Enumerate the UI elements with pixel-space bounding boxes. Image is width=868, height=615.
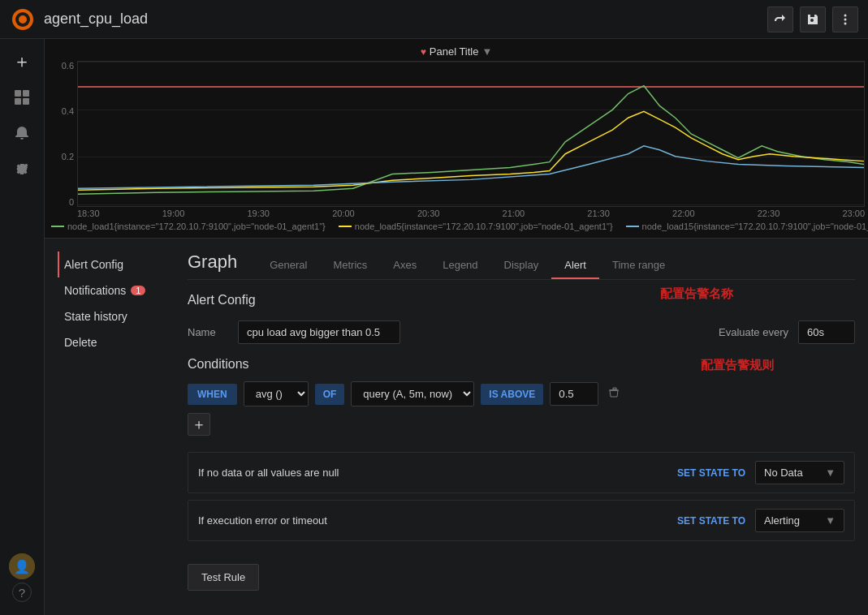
chart-container: 0.6 0.4 0.2 0 bbox=[45, 61, 868, 207]
grafana-logo bbox=[10, 6, 36, 32]
sidebar-item-settings[interactable] bbox=[6, 153, 38, 185]
add-condition-button[interactable]: ＋ bbox=[188, 413, 210, 436]
share-button[interactable] bbox=[767, 6, 793, 32]
when-badge: WHEN bbox=[188, 384, 237, 405]
sidebar-item-dashboard[interactable] bbox=[6, 81, 38, 114]
legend-item-load5: node_load5{instance="172.20.10.7:9100",j… bbox=[339, 221, 613, 231]
condition-row: WHEN avg () OF query (A, 5m, now) IS ABO… bbox=[188, 381, 855, 406]
x-label-22-30: 22:30 bbox=[758, 209, 780, 218]
tab-alert[interactable]: Alert bbox=[551, 252, 599, 279]
panel-title[interactable]: ♥ Panel Title ▼ bbox=[45, 45, 868, 58]
x-label-21-00: 21:00 bbox=[503, 209, 525, 218]
svg-text:👤: 👤 bbox=[14, 559, 30, 574]
x-label-20-30: 20:30 bbox=[417, 209, 440, 218]
when-select[interactable]: avg () bbox=[244, 381, 309, 406]
svg-rect-6 bbox=[15, 90, 21, 97]
chart-legend: node_load1{instance="172.20.10.7:9100",j… bbox=[45, 218, 868, 234]
conditions-title: Conditions bbox=[188, 357, 855, 372]
evaluate-label: Evaluate every bbox=[719, 326, 788, 338]
no-data-state-dropdown[interactable]: No Data ▼ bbox=[755, 461, 844, 484]
sidebar-item-delete[interactable]: Delete bbox=[58, 329, 188, 355]
tab-legend[interactable]: Legend bbox=[430, 252, 490, 279]
chart-x-labels: 18:30 19:00 19:30 20:00 20:30 21:00 21:3… bbox=[45, 209, 868, 218]
x-label-23-00: 23:00 bbox=[842, 209, 865, 218]
save-button[interactable] bbox=[800, 6, 826, 32]
legend-color-load1 bbox=[51, 226, 64, 227]
state-history-label: State history bbox=[64, 310, 127, 323]
of-badge: OF bbox=[315, 384, 345, 405]
notifications-badge: 1 bbox=[131, 286, 145, 295]
app-title: agent_cpu_load bbox=[44, 11, 759, 28]
add-condition-area: ＋ bbox=[188, 413, 855, 436]
exec-error-state-dropdown[interactable]: Alerting ▼ bbox=[755, 509, 844, 532]
legend-color-load5 bbox=[339, 226, 352, 227]
sidebar-item-help[interactable]: ? bbox=[12, 583, 32, 602]
chart-plot bbox=[77, 61, 865, 207]
sidebar-item-alert-config[interactable]: Alert Config bbox=[58, 252, 188, 277]
name-input[interactable] bbox=[238, 320, 400, 344]
no-data-dropdown-arrow: ▼ bbox=[825, 467, 836, 479]
sidebar: ＋ 👤 ? bbox=[0, 39, 45, 615]
y-label-0: 0 bbox=[69, 197, 74, 207]
alert-config-label: Alert Config bbox=[64, 258, 123, 271]
exec-error-set-state-label: SET STATE TO bbox=[677, 515, 745, 527]
tab-display[interactable]: Display bbox=[491, 252, 552, 279]
graph-title: Graph bbox=[188, 252, 237, 279]
tab-general[interactable]: General bbox=[257, 252, 320, 279]
more-button[interactable] bbox=[832, 6, 858, 32]
name-label: Name bbox=[188, 326, 228, 338]
layout: ＋ 👤 ? ♥ Panel Title ▼ 0. bbox=[0, 39, 868, 615]
legend-label-load1: node_load1{instance="172.20.10.7:9100",j… bbox=[67, 221, 326, 231]
is-above-badge: IS ABOVE bbox=[481, 384, 543, 405]
x-label-20-00: 20:00 bbox=[332, 209, 355, 218]
x-label-18-30: 18:30 bbox=[77, 209, 100, 218]
panel-body: Alert Config Notifications 1 State histo… bbox=[45, 239, 868, 604]
sidebar-item-state-history[interactable]: State history bbox=[58, 303, 188, 329]
delete-label: Delete bbox=[64, 336, 97, 349]
x-label-19-00: 19:00 bbox=[162, 209, 185, 218]
tab-time-range[interactable]: Time range bbox=[599, 252, 678, 279]
y-label-0.6: 0.6 bbox=[62, 61, 74, 71]
no-data-set-state-label: SET STATE TO bbox=[677, 467, 745, 479]
y-label-0.4: 0.4 bbox=[62, 106, 74, 116]
svg-point-3 bbox=[844, 14, 847, 16]
exec-error-dropdown-arrow: ▼ bbox=[825, 514, 836, 527]
legend-item-load15: node_load15{instance="172.20.10.7:9100",… bbox=[626, 221, 868, 231]
sidebar-item-notifications[interactable]: Notifications 1 bbox=[58, 277, 188, 303]
svg-point-4 bbox=[844, 18, 847, 20]
svg-point-2 bbox=[19, 15, 27, 24]
no-data-condition-label: If no data or all values are null bbox=[198, 467, 667, 479]
no-data-state-value: No Data bbox=[764, 467, 803, 479]
delete-condition-button[interactable] bbox=[605, 384, 623, 405]
avatar[interactable]: 👤 bbox=[9, 553, 35, 579]
of-select[interactable]: query (A, 5m, now) bbox=[351, 381, 474, 406]
sidebar-item-alerts[interactable] bbox=[6, 117, 38, 149]
panel-heart-icon: ♥ bbox=[421, 46, 426, 58]
legend-label-load15: node_load15{instance="172.20.10.7:9100",… bbox=[642, 221, 868, 231]
legend-label-load5: node_load5{instance="172.20.10.7:9100",j… bbox=[355, 221, 613, 231]
evaluate-input[interactable] bbox=[798, 320, 855, 344]
tab-axes[interactable]: Axes bbox=[380, 252, 430, 279]
exec-error-condition-label: If execution error or timeout bbox=[198, 514, 667, 527]
test-rule-button[interactable]: Test Rule bbox=[188, 564, 259, 591]
topbar-actions bbox=[767, 6, 858, 32]
sidebar-item-add[interactable]: ＋ bbox=[6, 45, 38, 78]
tab-metrics[interactable]: Metrics bbox=[320, 252, 380, 279]
exec-error-state-row: If execution error or timeout SET STATE … bbox=[188, 500, 855, 541]
state-section: If no data or all values are null SET ST… bbox=[188, 452, 855, 541]
alert-config-content: Alert Config Name Evaluate every 配置告警名称 … bbox=[188, 293, 855, 591]
x-label-19-30: 19:30 bbox=[247, 209, 270, 218]
legend-item-load1: node_load1{instance="172.20.10.7:9100",j… bbox=[51, 221, 326, 231]
threshold-input[interactable] bbox=[550, 382, 598, 406]
sidebar-bottom: 👤 ? bbox=[9, 553, 35, 609]
main-content: ♥ Panel Title ▼ 0.6 0.4 0.2 0 bbox=[45, 39, 868, 615]
panel-dropdown-icon: ▼ bbox=[482, 45, 492, 58]
topbar: agent_cpu_load bbox=[0, 0, 868, 39]
graph-header: Graph General Metrics Axes Legend Displa… bbox=[188, 252, 855, 280]
x-label-22-00: 22:00 bbox=[672, 209, 695, 218]
exec-error-state-value: Alerting bbox=[764, 514, 800, 527]
legend-color-load15 bbox=[626, 226, 639, 227]
chart-svg bbox=[78, 62, 864, 206]
svg-rect-8 bbox=[15, 98, 21, 105]
svg-rect-9 bbox=[23, 98, 29, 105]
